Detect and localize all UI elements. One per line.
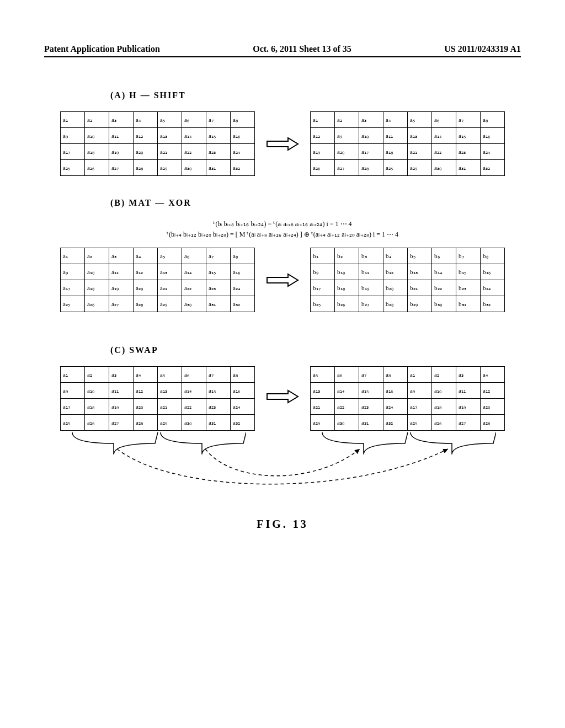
matrix-cell: a₆ [182, 112, 206, 128]
matrix-cell: b₁₆ [481, 264, 505, 280]
matrix-cell: a₂₅ [408, 415, 432, 431]
matrix-cell: a₂₆ [432, 415, 456, 431]
matrix-cell: a₁₅ [456, 128, 481, 144]
matrix-cell: a₃₀ [432, 160, 456, 176]
matrix-cell: b₂₀ [383, 280, 408, 296]
matrix-cell: a₁₄ [182, 383, 206, 399]
matrix-cell: a₆ [432, 112, 456, 128]
matrix-cell: a₂ [85, 248, 109, 264]
matrix-cell: a₃ [109, 248, 134, 264]
matrix-cell: a₁₂ [134, 383, 158, 399]
matrix-cell: a₈ [383, 367, 408, 383]
matrix-cell: a₁₉ [109, 399, 134, 415]
matrix-cell: a₁ [408, 367, 432, 383]
matrix-cell: a₂₆ [85, 415, 109, 431]
header-left: Patent Application Publication [44, 44, 160, 54]
matrix-cell: a₂₆ [311, 160, 335, 176]
matrix-cell: a₁₉ [456, 399, 481, 415]
matrix-cell: a₁₆ [383, 383, 408, 399]
matrix-cell: b₅ [408, 248, 432, 264]
matrix-cell: a₃₂ [231, 296, 255, 312]
matrix-cell: a₂₅ [61, 415, 85, 431]
matrix-cell: a₁₁ [383, 128, 408, 144]
matrix-cell: a₂₈ [481, 415, 505, 431]
matrix-cell: a₂ [335, 112, 359, 128]
matrix-cell: a₁₈ [85, 144, 109, 160]
matrix-cell: a₈ [481, 112, 505, 128]
matrix-cell: a₂₇ [109, 415, 134, 431]
matrix-cell: a₅ [408, 112, 432, 128]
matrix-cell: a₂₀ [134, 144, 158, 160]
matrix-a-input: a₁a₂a₃a₄a₅a₆a₇a₈a₉a₁₀a₁₁a₁₂a₁₃a₁₄a₁₅a₁₆a… [60, 111, 255, 176]
matrix-c-input: a₁a₂a₃a₄a₅a₆a₇a₈a₉a₁₀a₁₁a₁₂a₁₃a₁₄a₁₅a₁₆a… [60, 366, 255, 431]
page: Patent Application Publication Oct. 6, 2… [0, 0, 565, 728]
matrix-cell: a₂₄ [231, 280, 255, 296]
matrix-cell: b₉ [311, 264, 335, 280]
matrix-cell: a₃ [456, 367, 481, 383]
matrix-cell: a₁ [61, 112, 85, 128]
matrix-cell: b₂₃ [456, 280, 481, 296]
matrix-cell: b₁₈ [335, 280, 359, 296]
matrix-cell: a₆ [335, 367, 359, 383]
matrix-cell: a₁₉ [311, 144, 335, 160]
matrix-cell: a₁₄ [432, 128, 456, 144]
matrix-cell: b₁₂ [383, 264, 408, 280]
matrix-cell: a₉ [61, 383, 85, 399]
matrix-cell: a₂₇ [456, 415, 481, 431]
arrow-icon [266, 388, 299, 405]
matrix-cell: a₁₆ [231, 264, 255, 280]
matrix-cell: a₂₅ [61, 296, 85, 312]
section-a-diagram: a₁a₂a₃a₄a₅a₆a₇a₈a₉a₁₀a₁₁a₁₂a₁₃a₁₄a₁₅a₁₆a… [44, 111, 521, 176]
matrix-cell: a₂₁ [408, 144, 432, 160]
matrix-cell: a₂₂ [182, 144, 206, 160]
page-header: Patent Application Publication Oct. 6, 2… [44, 44, 521, 57]
matrix-cell: a₂₇ [109, 160, 134, 176]
matrix-cell: a₂₇ [335, 160, 359, 176]
matrix-cell: a₂₂ [182, 280, 206, 296]
matrix-cell: a₇ [206, 112, 231, 128]
matrix-cell: a₂₀ [335, 144, 359, 160]
matrix-cell: a₂₅ [61, 160, 85, 176]
matrix-cell: a₁₆ [231, 383, 255, 399]
matrix-cell: a₆ [182, 367, 206, 383]
matrix-cell: a₂₁ [311, 399, 335, 415]
matrix-cell: a₂ [85, 112, 109, 128]
matrix-cell: a₅ [158, 112, 182, 128]
matrix-cell: a₁₂ [311, 128, 335, 144]
matrix-cell: a₁₃ [311, 383, 335, 399]
matrix-cell: a₂ [432, 367, 456, 383]
matrix-cell: a₁₅ [206, 383, 231, 399]
matrix-cell: a₉ [408, 383, 432, 399]
matrix-cell: a₂₃ [359, 399, 383, 415]
matrix-cell: a₉ [61, 264, 85, 280]
matrix-cell: b₁₄ [432, 264, 456, 280]
matrix-cell: a₁₈ [432, 399, 456, 415]
matrix-cell: a₁₁ [456, 383, 481, 399]
matrix-cell: a₁₆ [481, 128, 505, 144]
matrix-cell: b₁₁ [359, 264, 383, 280]
matrix-cell: a₂₄ [383, 399, 408, 415]
matrix-cell: a₉ [335, 128, 359, 144]
matrix-cell: a₁₂ [134, 264, 158, 280]
matrix-cell: a₂₂ [335, 399, 359, 415]
matrix-cell: a₂₂ [182, 399, 206, 415]
matrix-cell: a₁₇ [408, 399, 432, 415]
matrix-cell: a₂₁ [158, 144, 182, 160]
matrix-cell: a₃₂ [481, 160, 505, 176]
matrix-b-output: b₁b₂b₃b₄b₅b₆b₇b₈b₉b₁₀b₁₁b₁₂b₁₃b₁₄b₁₅b₁₆b… [310, 248, 505, 312]
matrix-cell: a₁₄ [182, 264, 206, 280]
matrix-cell: a₁₀ [359, 128, 383, 144]
matrix-cell: a₅ [158, 248, 182, 264]
matrix-cell: a₂₈ [134, 415, 158, 431]
matrix-cell: a₇ [206, 367, 231, 383]
matrix-cell: a₂₀ [481, 399, 505, 415]
matrix-cell: a₂₈ [134, 160, 158, 176]
matrix-cell: a₂₁ [158, 399, 182, 415]
matrix-cell: b₃₁ [456, 296, 481, 312]
header-center: Oct. 6, 2011 Sheet 13 of 35 [253, 44, 351, 54]
matrix-cell: a₁₄ [182, 128, 206, 144]
matrix-cell: a₂₀ [134, 280, 158, 296]
matrix-cell: a₁₁ [109, 128, 134, 144]
matrix-cell: b₈ [481, 248, 505, 264]
matrix-cell: a₃₀ [182, 415, 206, 431]
